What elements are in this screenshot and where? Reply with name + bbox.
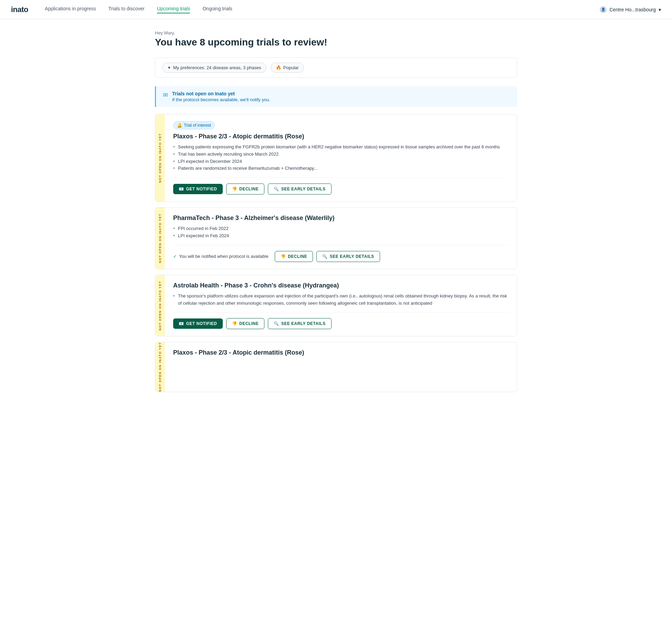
bullet-1-1: Trial has been actively recruiting since…	[173, 151, 508, 158]
bullet-1-3: Patients are randomized to receive Bemar…	[173, 165, 508, 172]
trial-body-1: 🔔 Trial of interest Plaxos - Phase 2/3 -…	[165, 114, 517, 201]
trial-sidebar-label-3: NOT OPEN ON INATO YET	[158, 281, 162, 331]
decline-button-1[interactable]: 👎 DECLINE	[226, 183, 265, 195]
notify-status-2: ✓ You will be notified when protocol is …	[173, 254, 269, 259]
trial-card-4: NOT OPEN ON INATO YET Plaxos - Phase 2/3…	[155, 342, 517, 392]
check-icon-2: ✓	[173, 254, 177, 259]
trial-title-3: Astrolab Health - Phase 3 - Crohn's dise…	[173, 282, 508, 289]
trial-card-3: NOT OPEN ON INATO YET Astrolab Health - …	[155, 275, 517, 337]
details-button-3[interactable]: 🔍 SEE EARLY DETAILS	[268, 318, 331, 329]
details-icon-3: 🔍	[274, 321, 279, 326]
notify-icon-1: 📧	[179, 187, 184, 191]
trial-title-2: PharmaTech - Phase 3 - Alzheimer's disea…	[173, 214, 508, 222]
centre-label: Centre Ho...trasbourg	[609, 7, 656, 12]
bullet-1-0: Seeking patients expressing the FGFR2b p…	[173, 144, 508, 151]
page-title: You have 8 upcoming trials to review!	[155, 37, 517, 48]
info-banner-subtitle: If the protocol becomes available, we'll…	[172, 97, 270, 102]
trial-bullets-1: Seeking patients expressing the FGFR2b p…	[173, 144, 508, 172]
decline-label-3: DECLINE	[239, 321, 259, 326]
nav-link-upcoming[interactable]: Upcoming trials	[157, 6, 190, 13]
decline-button-2[interactable]: 👎 DECLINE	[275, 251, 313, 262]
popular-label: Popular	[283, 65, 299, 70]
details-label-2: SEE EARLY DETAILS	[330, 254, 374, 259]
info-banner-icon: ✉	[163, 91, 168, 99]
trial-title-4: Plaxos - Phase 2/3 - Atopic dermatitis (…	[173, 349, 508, 356]
decline-icon-1: 👎	[232, 187, 238, 191]
decline-button-3[interactable]: 👎 DECLINE	[226, 318, 265, 329]
dropdown-chevron: ▾	[659, 7, 661, 12]
details-icon-1: 🔍	[274, 187, 279, 191]
trial-badge-1: 🔔 Trial of interest	[173, 121, 215, 129]
decline-label-1: DECLINE	[239, 187, 259, 191]
get-notified-button-3[interactable]: 📧 GET NOTIFIED	[173, 318, 223, 329]
badge-icon-1: 🔔	[177, 123, 182, 128]
trial-actions-3: 📧 GET NOTIFIED 👎 DECLINE 🔍 SEE EARLY DET…	[173, 318, 508, 329]
popular-icon: 🔥	[276, 65, 281, 70]
bullet-3-0: The sponsor's platform utilizes culture …	[173, 293, 508, 307]
trial-sidebar-3: NOT OPEN ON INATO YET	[155, 275, 165, 336]
notify-label-3: GET NOTIFIED	[186, 321, 217, 326]
trial-body-2: PharmaTech - Phase 3 - Alzheimer's disea…	[165, 208, 517, 269]
info-banner: ✉ Trials not open on Inato yet If the pr…	[155, 86, 517, 107]
details-button-1[interactable]: 🔍 SEE EARLY DETAILS	[268, 183, 331, 195]
nav-link-applications[interactable]: Applications in progress	[45, 6, 96, 13]
trial-card-2: NOT OPEN ON INATO YET PharmaTech - Phase…	[155, 207, 517, 269]
details-icon-2: 🔍	[322, 254, 328, 259]
main-content: Hey Mary, You have 8 upcoming trials to …	[147, 19, 525, 409]
details-label-1: SEE EARLY DETAILS	[281, 187, 326, 191]
info-banner-title: Trials not open on Inato yet	[172, 91, 270, 96]
preferences-label: My preferences: 24 disease areas, 3 phas…	[173, 65, 261, 70]
trial-sidebar-label-4: NOT OPEN ON INATO YET	[158, 342, 162, 392]
trial-body-4: Plaxos - Phase 2/3 - Atopic dermatitis (…	[165, 342, 517, 392]
trial-sidebar-2: NOT OPEN ON INATO YET	[155, 208, 165, 269]
preferences-icon: ✦	[167, 65, 171, 70]
trial-sidebar-label-1: NOT OPEN ON INATO YET	[158, 133, 162, 183]
trial-body-3: Astrolab Health - Phase 3 - Crohn's dise…	[165, 275, 517, 336]
popular-filter[interactable]: 🔥 Popular	[271, 63, 304, 73]
trial-actions-1: 📧 GET NOTIFIED 👎 DECLINE 🔍 SEE EARLY DET…	[173, 183, 508, 195]
decline-label-2: DECLINE	[288, 254, 307, 259]
trial-sidebar-4: NOT OPEN ON INATO YET	[155, 342, 165, 392]
preferences-filter[interactable]: ✦ My preferences: 24 disease areas, 3 ph…	[162, 63, 266, 73]
notify-icon-3: 📧	[179, 321, 184, 326]
bullet-2-1: LPI expected in Feb 2024	[173, 232, 508, 240]
nav-links: Applications in progress Trials to disco…	[45, 6, 600, 13]
trial-sidebar-1: NOT OPEN ON INATO YET	[155, 114, 165, 201]
bullet-2-0: FPI occurred in Feb 2022	[173, 225, 508, 232]
nav-link-discover[interactable]: Trials to discover	[108, 6, 145, 13]
trial-card-1: NOT OPEN ON INATO YET 🔔 Trial of interes…	[155, 114, 517, 202]
bullet-1-2: LPI expected in December 2024	[173, 158, 508, 165]
info-banner-content: Trials not open on Inato yet If the prot…	[172, 91, 270, 102]
badge-label-1: Trial of interest	[184, 123, 211, 128]
greeting: Hey Mary,	[155, 30, 517, 35]
get-notified-button-1[interactable]: 📧 GET NOTIFIED	[173, 184, 223, 194]
details-label-3: SEE EARLY DETAILS	[281, 321, 326, 326]
decline-icon-3: 👎	[232, 321, 238, 326]
logo[interactable]: inato	[11, 5, 28, 14]
notify-status-label-2: You will be notified when protocol is av…	[179, 254, 269, 259]
nav-link-ongoing[interactable]: Ongoing trials	[202, 6, 232, 13]
trial-actions-2: ✓ You will be notified when protocol is …	[173, 251, 508, 262]
filter-bar: ✦ My preferences: 24 disease areas, 3 ph…	[155, 57, 517, 78]
nav-centre-menu[interactable]: 👤 Centre Ho...trasbourg ▾	[600, 6, 661, 13]
trial-bullets-3: The sponsor's platform utilizes culture …	[173, 293, 508, 307]
trial-sidebar-label-2: NOT OPEN ON INATO YET	[158, 213, 162, 263]
details-button-2[interactable]: 🔍 SEE EARLY DETAILS	[316, 251, 380, 262]
decline-icon-2: 👎	[281, 254, 286, 259]
centre-icon: 👤	[600, 6, 607, 13]
navbar: inato Applications in progress Trials to…	[0, 0, 672, 19]
trial-title-1: Plaxos - Phase 2/3 - Atopic dermatitis (…	[173, 133, 508, 140]
notify-label-1: GET NOTIFIED	[186, 187, 217, 191]
trial-bullets-2: FPI occurred in Feb 2022 LPI expected in…	[173, 225, 508, 240]
